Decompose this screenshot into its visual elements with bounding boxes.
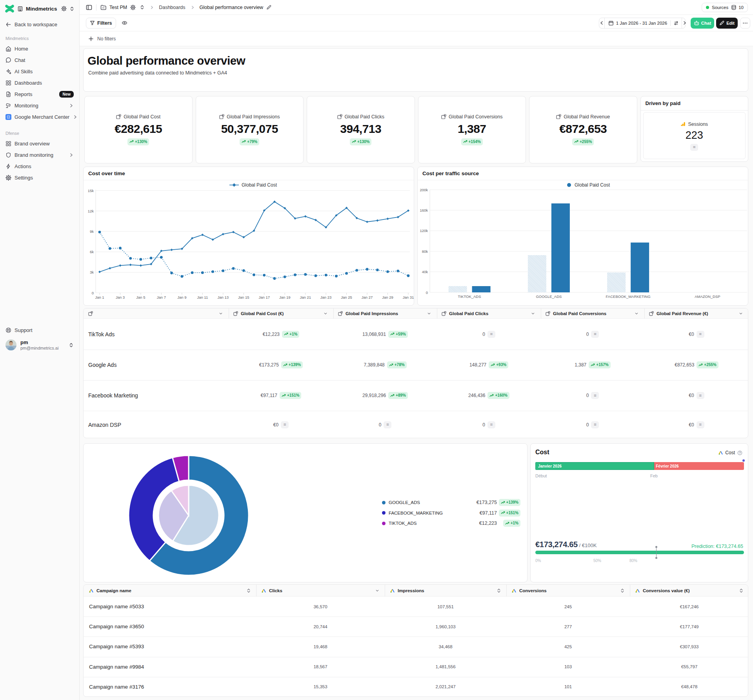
svg-text:15k: 15k — [88, 189, 94, 193]
svg-text:Jan 3: Jan 3 — [116, 295, 125, 299]
svg-text:FACEBOOK_MARKETING: FACEBOOK_MARKETING — [606, 294, 651, 299]
svg-text:GOOGLE_ADS: GOOGLE_ADS — [536, 294, 562, 299]
svg-text:Jan 1: Jan 1 — [95, 295, 104, 299]
svg-text:Jan 23: Jan 23 — [320, 295, 332, 299]
svg-text:AMAZON_DSP: AMAZON_DSP — [695, 294, 720, 299]
svg-text:160k: 160k — [420, 208, 428, 212]
svg-text:Jan 9: Jan 9 — [177, 295, 186, 299]
svg-text:Global Paid Cost: Global Paid Cost — [242, 182, 277, 188]
svg-text:9k: 9k — [90, 229, 94, 234]
svg-text:TIKTOK_ADS: TIKTOK_ADS — [458, 294, 481, 299]
svg-text:Jan 31: Jan 31 — [403, 295, 414, 299]
svg-text:80k: 80k — [422, 249, 428, 254]
svg-text:Jan 29: Jan 29 — [382, 295, 393, 299]
svg-text:40k: 40k — [422, 270, 428, 274]
svg-text:Jan 13: Jan 13 — [218, 295, 229, 299]
svg-text:Jan 27: Jan 27 — [362, 295, 373, 299]
svg-text:Jan 19: Jan 19 — [279, 295, 291, 299]
svg-text:Jan 15: Jan 15 — [238, 295, 249, 299]
svg-text:Jan 21: Jan 21 — [300, 295, 311, 299]
svg-text:Global Paid Cost: Global Paid Cost — [575, 182, 610, 188]
svg-text:0: 0 — [92, 291, 94, 295]
svg-text:0: 0 — [426, 290, 428, 295]
svg-text:Jan 7: Jan 7 — [157, 295, 166, 299]
svg-text:Jan 17: Jan 17 — [258, 295, 270, 299]
svg-text:Jan 25: Jan 25 — [341, 295, 352, 299]
svg-text:200k: 200k — [420, 188, 428, 192]
svg-text:Jan 11: Jan 11 — [197, 295, 208, 299]
svg-text:6k: 6k — [90, 250, 94, 254]
svg-text:3k: 3k — [90, 270, 94, 274]
svg-text:120k: 120k — [420, 228, 428, 233]
svg-text:Jan 5: Jan 5 — [136, 295, 145, 299]
svg-text:12k: 12k — [88, 209, 94, 213]
